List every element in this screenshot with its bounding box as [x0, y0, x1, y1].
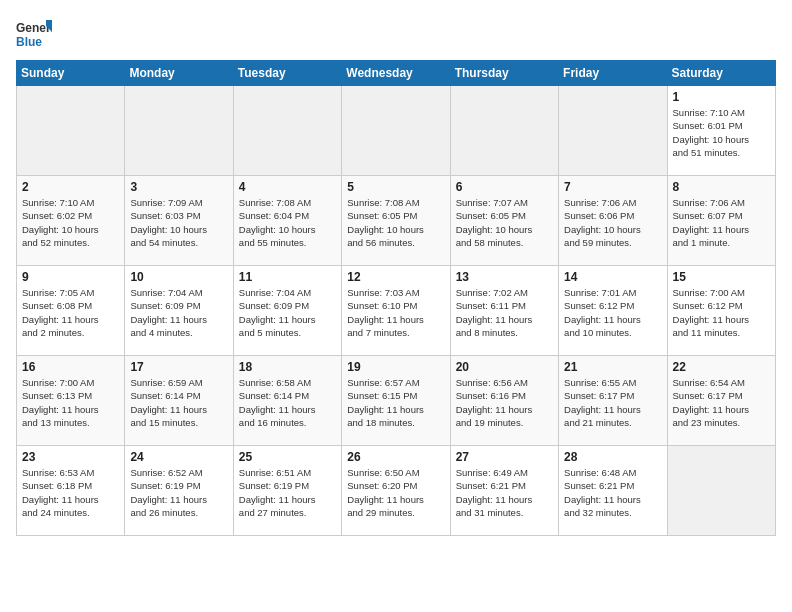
calendar-cell: 12Sunrise: 7:03 AM Sunset: 6:10 PM Dayli… — [342, 266, 450, 356]
day-number: 6 — [456, 180, 553, 194]
day-info: Sunrise: 7:04 AM Sunset: 6:09 PM Dayligh… — [239, 286, 336, 339]
day-number: 1 — [673, 90, 770, 104]
day-info: Sunrise: 7:08 AM Sunset: 6:04 PM Dayligh… — [239, 196, 336, 249]
calendar-cell — [559, 86, 667, 176]
weekday-header: Tuesday — [233, 61, 341, 86]
day-info: Sunrise: 7:10 AM Sunset: 6:01 PM Dayligh… — [673, 106, 770, 159]
day-info: Sunrise: 7:10 AM Sunset: 6:02 PM Dayligh… — [22, 196, 119, 249]
calendar-cell: 8Sunrise: 7:06 AM Sunset: 6:07 PM Daylig… — [667, 176, 775, 266]
day-number: 2 — [22, 180, 119, 194]
day-number: 19 — [347, 360, 444, 374]
calendar-cell: 26Sunrise: 6:50 AM Sunset: 6:20 PM Dayli… — [342, 446, 450, 536]
day-number: 8 — [673, 180, 770, 194]
day-info: Sunrise: 6:51 AM Sunset: 6:19 PM Dayligh… — [239, 466, 336, 519]
day-info: Sunrise: 7:00 AM Sunset: 6:13 PM Dayligh… — [22, 376, 119, 429]
calendar-cell: 24Sunrise: 6:52 AM Sunset: 6:19 PM Dayli… — [125, 446, 233, 536]
calendar-cell: 20Sunrise: 6:56 AM Sunset: 6:16 PM Dayli… — [450, 356, 558, 446]
day-number: 27 — [456, 450, 553, 464]
day-number: 25 — [239, 450, 336, 464]
day-info: Sunrise: 7:04 AM Sunset: 6:09 PM Dayligh… — [130, 286, 227, 339]
calendar-cell: 11Sunrise: 7:04 AM Sunset: 6:09 PM Dayli… — [233, 266, 341, 356]
logo: General Blue — [16, 16, 52, 52]
day-info: Sunrise: 7:09 AM Sunset: 6:03 PM Dayligh… — [130, 196, 227, 249]
day-number: 14 — [564, 270, 661, 284]
calendar-cell: 3Sunrise: 7:09 AM Sunset: 6:03 PM Daylig… — [125, 176, 233, 266]
day-info: Sunrise: 7:00 AM Sunset: 6:12 PM Dayligh… — [673, 286, 770, 339]
calendar-cell: 17Sunrise: 6:59 AM Sunset: 6:14 PM Dayli… — [125, 356, 233, 446]
day-info: Sunrise: 7:05 AM Sunset: 6:08 PM Dayligh… — [22, 286, 119, 339]
calendar-cell: 5Sunrise: 7:08 AM Sunset: 6:05 PM Daylig… — [342, 176, 450, 266]
calendar-cell: 16Sunrise: 7:00 AM Sunset: 6:13 PM Dayli… — [17, 356, 125, 446]
calendar-cell: 22Sunrise: 6:54 AM Sunset: 6:17 PM Dayli… — [667, 356, 775, 446]
day-number: 9 — [22, 270, 119, 284]
weekday-header: Thursday — [450, 61, 558, 86]
weekday-header: Wednesday — [342, 61, 450, 86]
calendar-cell — [667, 446, 775, 536]
weekday-header: Saturday — [667, 61, 775, 86]
calendar-cell: 19Sunrise: 6:57 AM Sunset: 6:15 PM Dayli… — [342, 356, 450, 446]
day-number: 18 — [239, 360, 336, 374]
calendar-cell: 2Sunrise: 7:10 AM Sunset: 6:02 PM Daylig… — [17, 176, 125, 266]
calendar-cell: 13Sunrise: 7:02 AM Sunset: 6:11 PM Dayli… — [450, 266, 558, 356]
calendar-cell: 7Sunrise: 7:06 AM Sunset: 6:06 PM Daylig… — [559, 176, 667, 266]
weekday-header: Sunday — [17, 61, 125, 86]
day-number: 21 — [564, 360, 661, 374]
day-info: Sunrise: 6:49 AM Sunset: 6:21 PM Dayligh… — [456, 466, 553, 519]
page-header: General Blue — [16, 16, 776, 52]
calendar-cell: 15Sunrise: 7:00 AM Sunset: 6:12 PM Dayli… — [667, 266, 775, 356]
day-number: 4 — [239, 180, 336, 194]
day-number: 12 — [347, 270, 444, 284]
day-number: 3 — [130, 180, 227, 194]
day-info: Sunrise: 6:50 AM Sunset: 6:20 PM Dayligh… — [347, 466, 444, 519]
calendar-cell — [17, 86, 125, 176]
day-number: 15 — [673, 270, 770, 284]
calendar-cell — [233, 86, 341, 176]
day-number: 23 — [22, 450, 119, 464]
day-info: Sunrise: 7:08 AM Sunset: 6:05 PM Dayligh… — [347, 196, 444, 249]
calendar-cell: 9Sunrise: 7:05 AM Sunset: 6:08 PM Daylig… — [17, 266, 125, 356]
calendar-table: SundayMondayTuesdayWednesdayThursdayFrid… — [16, 60, 776, 536]
day-info: Sunrise: 6:53 AM Sunset: 6:18 PM Dayligh… — [22, 466, 119, 519]
day-number: 5 — [347, 180, 444, 194]
day-info: Sunrise: 6:55 AM Sunset: 6:17 PM Dayligh… — [564, 376, 661, 429]
weekday-header: Friday — [559, 61, 667, 86]
day-number: 22 — [673, 360, 770, 374]
day-info: Sunrise: 7:07 AM Sunset: 6:05 PM Dayligh… — [456, 196, 553, 249]
calendar-cell — [450, 86, 558, 176]
day-info: Sunrise: 7:02 AM Sunset: 6:11 PM Dayligh… — [456, 286, 553, 339]
day-number: 11 — [239, 270, 336, 284]
calendar-cell: 27Sunrise: 6:49 AM Sunset: 6:21 PM Dayli… — [450, 446, 558, 536]
calendar-cell: 28Sunrise: 6:48 AM Sunset: 6:21 PM Dayli… — [559, 446, 667, 536]
day-info: Sunrise: 6:59 AM Sunset: 6:14 PM Dayligh… — [130, 376, 227, 429]
svg-text:Blue: Blue — [16, 35, 42, 49]
day-number: 10 — [130, 270, 227, 284]
day-number: 20 — [456, 360, 553, 374]
calendar-cell — [342, 86, 450, 176]
logo-svg: General Blue — [16, 16, 52, 52]
calendar-cell: 23Sunrise: 6:53 AM Sunset: 6:18 PM Dayli… — [17, 446, 125, 536]
day-info: Sunrise: 6:48 AM Sunset: 6:21 PM Dayligh… — [564, 466, 661, 519]
day-number: 26 — [347, 450, 444, 464]
day-info: Sunrise: 7:06 AM Sunset: 6:06 PM Dayligh… — [564, 196, 661, 249]
day-info: Sunrise: 6:57 AM Sunset: 6:15 PM Dayligh… — [347, 376, 444, 429]
calendar-cell: 21Sunrise: 6:55 AM Sunset: 6:17 PM Dayli… — [559, 356, 667, 446]
day-info: Sunrise: 6:58 AM Sunset: 6:14 PM Dayligh… — [239, 376, 336, 429]
calendar-cell: 1Sunrise: 7:10 AM Sunset: 6:01 PM Daylig… — [667, 86, 775, 176]
day-number: 24 — [130, 450, 227, 464]
day-info: Sunrise: 6:56 AM Sunset: 6:16 PM Dayligh… — [456, 376, 553, 429]
calendar-cell — [125, 86, 233, 176]
day-number: 7 — [564, 180, 661, 194]
day-info: Sunrise: 7:03 AM Sunset: 6:10 PM Dayligh… — [347, 286, 444, 339]
day-info: Sunrise: 7:06 AM Sunset: 6:07 PM Dayligh… — [673, 196, 770, 249]
calendar-cell: 10Sunrise: 7:04 AM Sunset: 6:09 PM Dayli… — [125, 266, 233, 356]
calendar-cell: 18Sunrise: 6:58 AM Sunset: 6:14 PM Dayli… — [233, 356, 341, 446]
calendar-header: SundayMondayTuesdayWednesdayThursdayFrid… — [17, 61, 776, 86]
day-info: Sunrise: 7:01 AM Sunset: 6:12 PM Dayligh… — [564, 286, 661, 339]
calendar-cell: 25Sunrise: 6:51 AM Sunset: 6:19 PM Dayli… — [233, 446, 341, 536]
day-info: Sunrise: 6:52 AM Sunset: 6:19 PM Dayligh… — [130, 466, 227, 519]
day-number: 17 — [130, 360, 227, 374]
day-number: 28 — [564, 450, 661, 464]
day-info: Sunrise: 6:54 AM Sunset: 6:17 PM Dayligh… — [673, 376, 770, 429]
day-number: 16 — [22, 360, 119, 374]
calendar-cell: 6Sunrise: 7:07 AM Sunset: 6:05 PM Daylig… — [450, 176, 558, 266]
